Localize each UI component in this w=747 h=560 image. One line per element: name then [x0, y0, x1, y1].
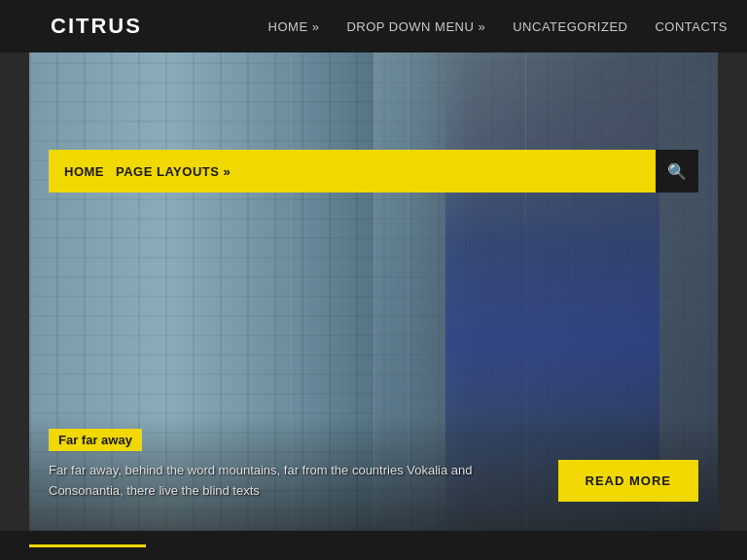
- breadcrumb-home[interactable]: HOME: [64, 164, 104, 179]
- main-nav: HOME » DROP DOWN MENU » UNCATEGORIZED CO…: [268, 19, 728, 34]
- hero-section: HOME PAGE LAYOUTS » 🔍 Far far away Far f…: [29, 52, 718, 531]
- logo[interactable]: CITRUS: [51, 14, 142, 39]
- bottom-yellow-accent: [29, 544, 146, 547]
- hero-text-area: Far far away Far far away, behind the wo…: [49, 429, 516, 502]
- hero-title: Far far away: [49, 429, 142, 451]
- header: CITRUS HOME » DROP DOWN MENU » UNCATEGOR…: [0, 0, 747, 52]
- search-icon: 🔍: [667, 162, 687, 181]
- nav-home[interactable]: HOME »: [268, 19, 320, 34]
- search-button[interactable]: 🔍: [656, 150, 698, 192]
- hero-content: Far far away Far far away, behind the wo…: [49, 429, 698, 502]
- search-input[interactable]: [242, 164, 640, 179]
- bottom-bar: [0, 531, 747, 560]
- nav-contacts[interactable]: CONTACTS: [655, 19, 728, 34]
- breadcrumb-area: HOME PAGE LAYOUTS »: [49, 150, 656, 192]
- read-more-button[interactable]: READ MORE: [558, 460, 698, 502]
- nav-uncategorized[interactable]: UNCATEGORIZED: [513, 19, 627, 34]
- nav-dropdown[interactable]: DROP DOWN MENU »: [346, 19, 485, 34]
- hero-description: Far far away, behind the word mountains,…: [49, 461, 516, 502]
- breadcrumb-page[interactable]: PAGE LAYOUTS »: [116, 164, 231, 179]
- search-bar-container: HOME PAGE LAYOUTS » 🔍: [29, 150, 718, 192]
